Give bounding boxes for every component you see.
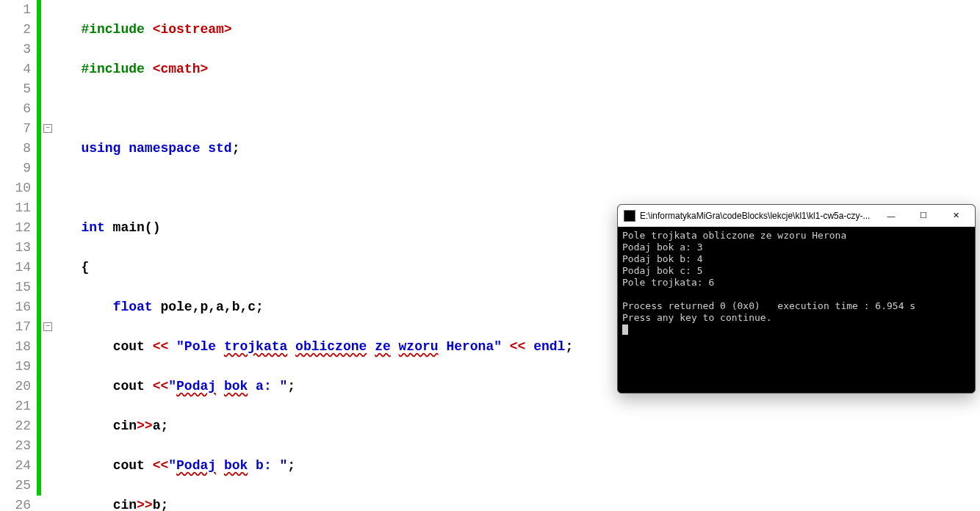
console-window[interactable]: E:\informatykaMiGra\codeBlocks\lekcje\kl… [617, 204, 976, 394]
line-number: 18 [0, 337, 31, 357]
line-number: 22 [0, 416, 31, 436]
minimize-button[interactable]: — [875, 206, 907, 226]
line-number-gutter: 1234567891011121314151617181920212223242… [0, 0, 37, 511]
kw-namespace: namespace [129, 141, 200, 156]
line-number: 21 [0, 396, 31, 416]
line-number: 20 [0, 377, 31, 396]
kw-using: using [81, 141, 120, 156]
fold-toggle[interactable]: − [43, 322, 52, 331]
line-number: 17 [0, 317, 31, 337]
line-number: 26 [0, 496, 31, 511]
line-number: 11 [0, 198, 31, 218]
brace-open: { [81, 260, 89, 275]
kw-std: std [208, 141, 231, 156]
console-icon [624, 210, 635, 222]
line-number: 4 [0, 59, 31, 79]
fn-main: main [105, 220, 145, 235]
line-number: 7 [0, 119, 31, 139]
kw-float: float [113, 300, 153, 314]
console-titlebar[interactable]: E:\informatykaMiGra\codeBlocks\lekcje\kl… [618, 205, 975, 227]
console-output: Pole trojkata obliczone ze wzoru Herona … [618, 227, 975, 338]
header: <cmath> [153, 62, 209, 76]
line-number: 10 [0, 178, 31, 198]
line-number: 2 [0, 20, 31, 40]
line-number: 13 [0, 238, 31, 258]
line-number: 15 [0, 278, 31, 297]
header: <iostream> [153, 22, 232, 37]
line-number: 9 [0, 159, 31, 178]
line-number: 12 [0, 218, 31, 238]
fold-toggle[interactable]: − [43, 124, 52, 133]
line-number: 8 [0, 139, 31, 159]
preproc: #include [81, 62, 152, 76]
fold-column: −− [41, 0, 57, 511]
console-title: E:\informatykaMiGra\codeBlocks\lekcje\kl… [640, 211, 875, 221]
line-number: 25 [0, 476, 31, 496]
line-number: 16 [0, 297, 31, 317]
maximize-button[interactable]: ☐ [907, 206, 940, 226]
line-number: 5 [0, 79, 31, 99]
line-number: 1 [0, 0, 31, 20]
line-number: 6 [0, 99, 31, 119]
line-number: 24 [0, 456, 31, 476]
console-cursor [622, 325, 628, 335]
line-number: 23 [0, 436, 31, 456]
line-number: 19 [0, 357, 31, 377]
kw-int: int [81, 220, 104, 235]
close-button[interactable]: ✕ [940, 206, 972, 226]
line-number: 14 [0, 258, 31, 278]
preproc: #include [81, 22, 152, 37]
line-number: 3 [0, 40, 31, 59]
